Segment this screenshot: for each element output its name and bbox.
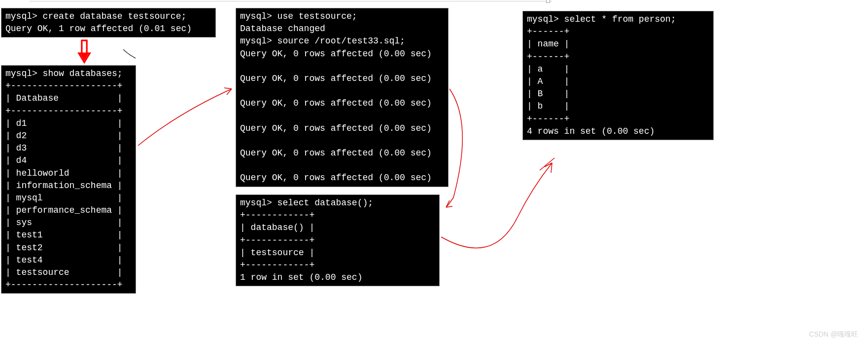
terminal-show-databases: mysql> show databases; +----------------…: [1, 65, 136, 294]
red-arrow-down-icon: [77, 39, 92, 64]
selection-handle: [546, 0, 550, 3]
terminal-select-person: mysql> select * from person; +------+ | …: [522, 11, 714, 140]
watermark-text: CSDN @嘎嘎旺: [809, 330, 858, 339]
terminal-select-database: mysql> select database(); +------------+…: [236, 194, 440, 286]
selection-border: [30, 1, 552, 1]
svg-rect-3: [82, 41, 86, 54]
terminal-create-database: mysql> create database testsource; Query…: [1, 8, 216, 38]
terminal-use-source: mysql> use testsource; Database changed …: [236, 8, 449, 187]
